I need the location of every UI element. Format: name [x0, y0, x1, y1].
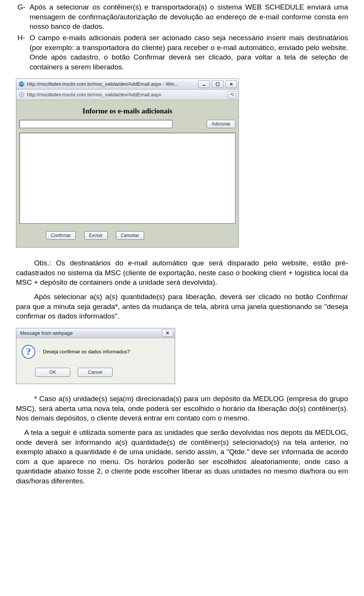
close-button[interactable]	[226, 80, 237, 88]
svg-rect-1	[202, 85, 206, 86]
obs-paragraph: Obs.: Os destinatários do e-mail automát…	[16, 258, 348, 287]
cancel-button[interactable]: Cancelar	[116, 231, 144, 240]
dialog-cancel-button[interactable]: Cancel	[78, 368, 113, 377]
email-listbox[interactable]	[19, 133, 235, 224]
list-text-h: O campo e-mails adicionais poderá ser ac…	[30, 33, 348, 72]
address-bar: http://msclibdev.mscbr.com.br/msc_valida…	[16, 89, 238, 100]
window-titlebar: http://msclibdev.mscbr.com.br/msc_valida…	[16, 79, 238, 89]
dialog-button-row: OK Cancel	[22, 368, 169, 377]
list-marker-h: H-	[16, 33, 30, 72]
ok-button[interactable]: OK	[35, 368, 70, 377]
list-marker-g: G-	[16, 2, 30, 31]
dialog-message-row: ? Deseja confirmar os dados informados?	[22, 345, 169, 359]
refresh-button[interactable]	[228, 91, 236, 99]
add-button[interactable]: Adicionar	[207, 120, 235, 128]
dialog-close-button[interactable]	[162, 329, 173, 337]
delete-button[interactable]: Excluir	[84, 231, 108, 240]
email-input[interactable]	[19, 120, 173, 128]
popup-heading: Informe os e-mails adicionais	[19, 106, 235, 116]
list-item-g: G- Após a selecionar os contêiner(s) e t…	[16, 2, 348, 31]
popup-screenshot: http://msclibdev.mscbr.com.br/msc_valida…	[16, 78, 348, 248]
app-body: Informe os e-mails adicionais Adicionar …	[16, 100, 238, 247]
browser-window: http://msclibdev.mscbr.com.br/msc_valida…	[16, 78, 239, 248]
dialog-body: ? Deseja confirmar os dados informados? …	[16, 338, 175, 384]
url-text[interactable]: http://msclibdev.mscbr.com.br/msc_valida…	[27, 91, 226, 98]
bottom-button-row: Confirmar Excluir Cancelar	[19, 231, 235, 240]
list-text-g: Após a selecionar os contêiner(s) e tran…	[30, 2, 348, 31]
qtde-paragraph: A tela a seguir é utilizada somente para…	[16, 428, 348, 486]
maximize-button[interactable]	[212, 80, 223, 88]
confirm-dialog-screenshot: Message from webpage ? Deseja confirmar …	[16, 328, 348, 384]
window-title: http://msclibdev.mscbr.com.br/msc_valida…	[27, 81, 196, 88]
confirm-flow-paragraph: Após selecionar a(s) a(s) quantidade(s) …	[16, 292, 348, 321]
list-item-h: H- O campo e-mails adicionais poderá ser…	[16, 33, 348, 72]
minimize-button[interactable]	[198, 80, 210, 88]
email-input-row: Adicionar	[19, 120, 235, 128]
dialog-titlebar: Message from webpage	[16, 328, 175, 338]
dialog-text: Deseja confirmar os dados informados?	[43, 348, 130, 355]
page-icon	[19, 92, 25, 98]
dialog-title: Message from webpage	[20, 330, 162, 337]
medlog-note-paragraph: * Caso a(s) unidade(s) seja(m) direciona…	[16, 394, 348, 423]
ie-logo-icon	[19, 81, 25, 87]
question-icon: ?	[22, 345, 35, 359]
confirm-button[interactable]: Confirmar	[46, 231, 76, 240]
svg-rect-2	[216, 83, 219, 86]
confirm-dialog: Message from webpage ? Deseja confirmar …	[16, 328, 175, 384]
